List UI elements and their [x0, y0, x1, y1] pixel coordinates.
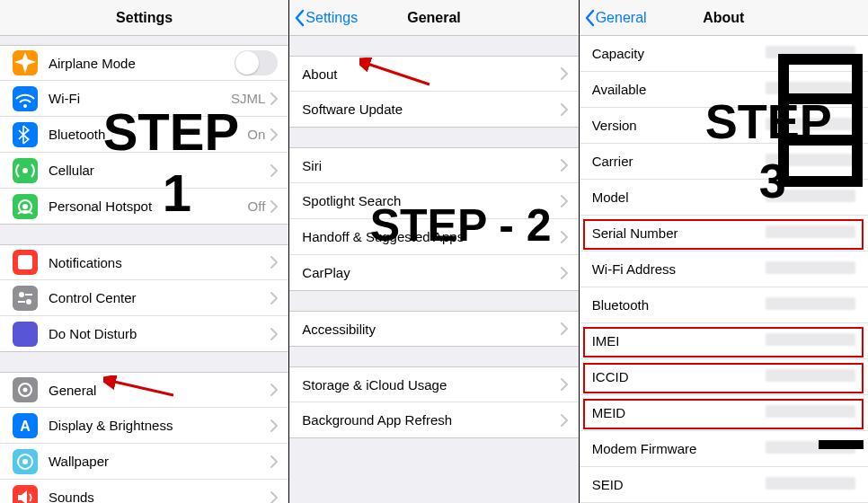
svg-point-2	[22, 204, 28, 209]
about-row: Serial Number	[580, 216, 868, 252]
list-row[interactable]: Background App Refresh	[289, 402, 578, 438]
svg-point-11	[22, 459, 28, 464]
about-list: CapacityAvailableVersionCarrierModelSeri…	[580, 36, 868, 503]
navbar: General About	[580, 0, 868, 36]
about-panel: General About CapacityAvailableVersionCa…	[580, 0, 868, 503]
wifi-icon	[13, 86, 38, 111]
row-label: Personal Hotspot	[49, 199, 248, 214]
about-value	[766, 369, 855, 384]
row-label: General	[49, 383, 270, 398]
about-value	[766, 225, 855, 241]
svg-point-0	[23, 104, 27, 108]
dnd-icon	[13, 322, 38, 347]
about-value	[766, 154, 855, 169]
about-row: Wi-Fi Address	[580, 252, 868, 287]
list-row[interactable]: Spotlight Search	[289, 183, 578, 219]
row-label: Display & Brightness	[49, 418, 270, 433]
list-row[interactable]: Notifications	[0, 244, 288, 280]
about-key: Carrier	[592, 154, 766, 169]
svg-point-6	[26, 299, 31, 304]
about-row: Capacity	[580, 36, 868, 72]
about-row: Modem Firmware	[580, 431, 868, 467]
about-value	[766, 333, 855, 349]
list-row[interactable]: CarPlay	[289, 255, 578, 291]
svg-point-8	[23, 388, 28, 393]
list-row[interactable]: Handoff & Suggested Apps	[289, 219, 578, 255]
about-value	[766, 441, 855, 456]
chevron-right-icon	[561, 378, 568, 391]
wall-icon	[13, 449, 38, 474]
list-row[interactable]: Sounds	[0, 480, 288, 503]
about-row: MEID	[580, 395, 868, 431]
chevron-right-icon	[270, 256, 278, 269]
row-label: About	[302, 66, 560, 82]
list-row[interactable]: Airplane Mode	[0, 45, 288, 81]
row-label: Siri	[302, 158, 560, 173]
chevron-right-icon	[561, 231, 568, 243]
list-row[interactable]: Siri	[289, 147, 578, 183]
bt-icon	[13, 122, 38, 147]
about-key: Modem Firmware	[592, 441, 766, 456]
svg-point-1	[22, 168, 28, 173]
back-button[interactable]: General	[583, 9, 647, 27]
chevron-right-icon	[270, 419, 278, 432]
navbar: Settings General	[289, 0, 578, 36]
about-key: ICCID	[592, 369, 766, 384]
general-icon	[13, 377, 38, 402]
row-label: Notifications	[49, 255, 270, 270]
general-panel: Settings General AboutSoftware Update Si…	[289, 0, 579, 503]
list-row[interactable]: Software Update	[289, 92, 578, 128]
about-row: Model	[580, 180, 868, 216]
about-key: IMEI	[592, 333, 766, 349]
chevron-right-icon	[270, 491, 278, 504]
list-row[interactable]: Accessibility	[289, 311, 578, 347]
list-row[interactable]: Wi-FiSJML	[0, 81, 288, 117]
svg-text:A: A	[20, 419, 31, 434]
about-key: Serial Number	[592, 225, 766, 241]
svg-rect-4	[18, 255, 32, 269]
about-value	[766, 297, 855, 313]
about-row: Bluetooth	[580, 287, 868, 323]
about-key: MEID	[592, 405, 766, 420]
chevron-right-icon	[561, 267, 568, 279]
chevron-right-icon	[561, 322, 568, 335]
row-label: Cellular	[49, 163, 270, 178]
display-icon: A	[13, 413, 38, 438]
general-list: AboutSoftware Update SiriSpotlight Searc…	[289, 36, 578, 438]
cell-icon	[13, 158, 38, 183]
about-key: Model	[592, 190, 766, 205]
list-row[interactable]: Cellular	[0, 153, 288, 189]
list-row[interactable]: BluetoothOn	[0, 117, 288, 153]
notif-icon	[13, 250, 38, 275]
list-row[interactable]: Control Center	[0, 280, 288, 316]
chevron-right-icon	[561, 67, 568, 80]
row-label: Bluetooth	[49, 127, 247, 142]
svg-point-5	[19, 292, 24, 297]
about-value	[766, 405, 855, 420]
list-row[interactable]: Wallpaper	[0, 444, 288, 480]
about-key: Capacity	[592, 46, 766, 61]
row-label: Handoff & Suggested Apps	[302, 229, 560, 244]
about-row: Carrier	[580, 144, 868, 180]
about-value	[766, 477, 855, 492]
chevron-right-icon	[561, 195, 568, 207]
hotspot-icon	[13, 194, 38, 219]
about-row[interactable]: SEID	[580, 467, 868, 503]
list-row[interactable]: Storage & iCloud Usage	[289, 366, 578, 402]
list-row[interactable]: About	[289, 56, 578, 92]
about-value	[766, 46, 855, 61]
chevron-right-icon	[270, 384, 278, 396]
about-key: Available	[592, 82, 766, 97]
list-row[interactable]: Do Not Disturb	[0, 316, 288, 352]
toggle-switch[interactable]	[235, 50, 278, 75]
row-label: Accessibility	[302, 322, 560, 337]
back-label: General	[596, 10, 647, 26]
list-row[interactable]: Personal HotspotOff	[0, 189, 288, 225]
about-key: Version	[592, 118, 766, 133]
list-row[interactable]: ADisplay & Brightness	[0, 408, 288, 444]
chevron-right-icon	[561, 414, 568, 427]
chevron-right-icon	[270, 328, 278, 340]
back-button[interactable]: Settings	[293, 9, 358, 27]
about-value	[766, 190, 855, 205]
list-row[interactable]: General	[0, 372, 288, 408]
